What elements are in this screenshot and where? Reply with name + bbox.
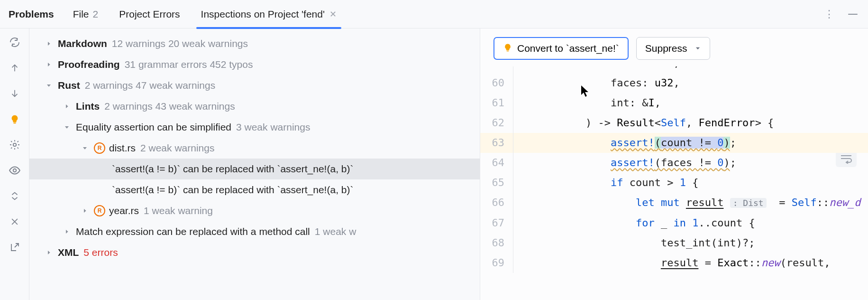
quickfix-label: Convert to `assert_ne!`	[517, 43, 619, 54]
tree-row[interactable]: Ryear.rs1 weak warning	[29, 200, 480, 221]
svg-point-1	[13, 143, 16, 146]
svg-point-2	[13, 169, 16, 172]
code-line[interactable]: let mut result : Dist = Self::new_d	[513, 193, 868, 213]
tree-row[interactable]: Match expression can be replaced with a …	[29, 221, 480, 242]
tree-meta: 1 weak warning	[144, 205, 213, 216]
svg-rect-0	[13, 122, 16, 123]
rust-file-icon: R	[94, 205, 105, 216]
code-line[interactable]: result = Exact::new(result,	[513, 253, 868, 273]
header-bar: Problems File 2 Project Errors Inspectio…	[0, 0, 868, 28]
tree-label: dist.rs	[109, 142, 136, 154]
code-line[interactable]: test_int(int)?;	[513, 233, 868, 253]
chevron-down-icon	[694, 43, 701, 54]
line-number: 69	[480, 253, 513, 273]
line-number: 62	[480, 113, 513, 133]
chevron-right-icon[interactable]	[43, 246, 55, 259]
tree-label: `assert!(a != b)` can be replaced with `…	[112, 184, 353, 196]
tree-label: year.rs	[109, 205, 139, 216]
action-bar: Convert to `assert_ne!` Suppress	[480, 28, 868, 66]
line-number: 60	[480, 73, 513, 93]
tree-meta: 12 warnings 20 weak warnings	[112, 38, 248, 49]
gear-icon[interactable]	[8, 138, 22, 152]
tree-label: Markdown	[58, 38, 107, 49]
tree-row[interactable]: Markdown12 warnings 20 weak warnings	[29, 33, 480, 54]
tree-meta: 31 grammar errors 452 typos	[125, 59, 253, 70]
rust-file-icon: R	[94, 142, 105, 154]
tree-label: `assert!(a != b)` can be replaced with `…	[112, 163, 353, 175]
tree-meta: 2 warnings 43 weak warnings	[104, 101, 235, 112]
arrow-up-icon[interactable]	[8, 61, 22, 75]
tree-row[interactable]: `assert!(a != b)` can be replaced with `…	[29, 159, 480, 179]
line-number: 68	[480, 233, 513, 253]
eye-icon[interactable]	[8, 163, 22, 178]
code-line[interactable]: if count > 1 {	[513, 173, 868, 193]
tab-label: Project Errors	[119, 9, 180, 20]
code-line[interactable]: assert!(faces != 0);	[513, 153, 868, 173]
code-view[interactable]: 59 count: u32,60 faces: u32,61 int: &I,6…	[480, 66, 868, 273]
tab-file[interactable]: File 2	[73, 0, 99, 28]
tree-row[interactable]: Rust2 warnings 47 weak warnings	[29, 75, 480, 96]
tree-meta: 3 weak warnings	[236, 122, 310, 133]
line-number: 63	[480, 133, 513, 153]
more-icon[interactable]: ⋮	[824, 8, 835, 20]
tree-label: Equality assertion can be simplified	[76, 122, 231, 133]
code-preview-panel: Convert to `assert_ne!` Suppress 59 coun…	[480, 28, 868, 300]
close-icon[interactable]: ✕	[329, 9, 337, 19]
chevron-right-icon[interactable]	[43, 58, 55, 71]
line-number: 65	[480, 173, 513, 193]
tree-row[interactable]: Lints2 warnings 43 weak warnings	[29, 96, 480, 117]
chevron-down-icon[interactable]	[61, 121, 73, 133]
suppress-button[interactable]: Suppress	[636, 37, 711, 60]
tree-label: Match expression can be replaced with a …	[76, 226, 310, 237]
problems-tree: Markdown12 warnings 20 weak warningsProo…	[29, 28, 480, 300]
tree-meta: 2 warnings 47 weak warnings	[85, 80, 215, 91]
close-icon[interactable]	[8, 215, 22, 229]
code-line[interactable]: count: u32,	[513, 66, 868, 73]
chevron-right-icon[interactable]	[79, 205, 91, 217]
bulb-icon[interactable]	[8, 112, 22, 126]
minimize-icon[interactable]	[848, 14, 858, 15]
chevron-down-icon[interactable]	[43, 79, 55, 92]
icon-rail	[0, 28, 29, 300]
tree-row[interactable]: Proofreading31 grammar errors 452 typos	[29, 54, 480, 75]
arrow-down-icon[interactable]	[8, 86, 22, 101]
chevron-down-icon[interactable]	[79, 142, 91, 154]
line-number: 59	[480, 66, 513, 73]
tabs-container: File 2 Project Errors Inspections on Pro…	[73, 0, 824, 28]
code-line[interactable]: faces: u32,	[513, 73, 868, 93]
tab-project-errors[interactable]: Project Errors	[119, 0, 180, 28]
tree-meta: 2 weak warnings	[140, 142, 214, 154]
tree-row[interactable]: `assert!(a != b)` can be replaced with `…	[29, 179, 480, 200]
svg-rect-3	[507, 50, 509, 51]
tab-label: Inspections on Project 'fend'	[201, 9, 325, 20]
tab-inspections[interactable]: Inspections on Project 'fend' ✕	[201, 0, 337, 28]
chevron-right-icon[interactable]	[61, 225, 73, 238]
collapse-icon[interactable]	[8, 189, 22, 203]
line-number: 64	[480, 153, 513, 173]
line-number: 67	[480, 213, 513, 233]
export-icon[interactable]	[8, 240, 22, 254]
tree-label: Lints	[76, 101, 100, 112]
chevron-right-icon[interactable]	[43, 38, 55, 50]
tab-label: File	[73, 9, 89, 20]
code-line[interactable]: ) -> Result<Self, FendError> {	[513, 113, 868, 133]
refresh-icon[interactable]	[8, 35, 22, 49]
tab-badge: 2	[93, 9, 99, 20]
tree-label: Proofreading	[58, 59, 120, 70]
line-number: 66	[480, 193, 513, 213]
chevron-right-icon[interactable]	[61, 100, 73, 112]
tree-row[interactable]: Rdist.rs2 weak warnings	[29, 138, 480, 159]
tree-label: Rust	[58, 80, 80, 91]
tree-row[interactable]: XML5 errors	[29, 242, 480, 263]
tree-meta: 1 weak w	[315, 226, 356, 237]
suppress-label: Suppress	[645, 43, 687, 54]
line-number: 61	[480, 93, 513, 113]
panel-title: Problems	[9, 9, 54, 20]
bulb-icon	[503, 43, 512, 55]
code-line[interactable]: assert!(count != 0);	[513, 133, 868, 153]
tree-meta: 5 errors	[83, 247, 118, 258]
tree-row[interactable]: Equality assertion can be simplified3 we…	[29, 117, 480, 138]
quickfix-button[interactable]: Convert to `assert_ne!`	[493, 37, 629, 60]
code-line[interactable]: int: &I,	[513, 93, 868, 113]
code-line[interactable]: for _ in 1..count {	[513, 213, 868, 233]
